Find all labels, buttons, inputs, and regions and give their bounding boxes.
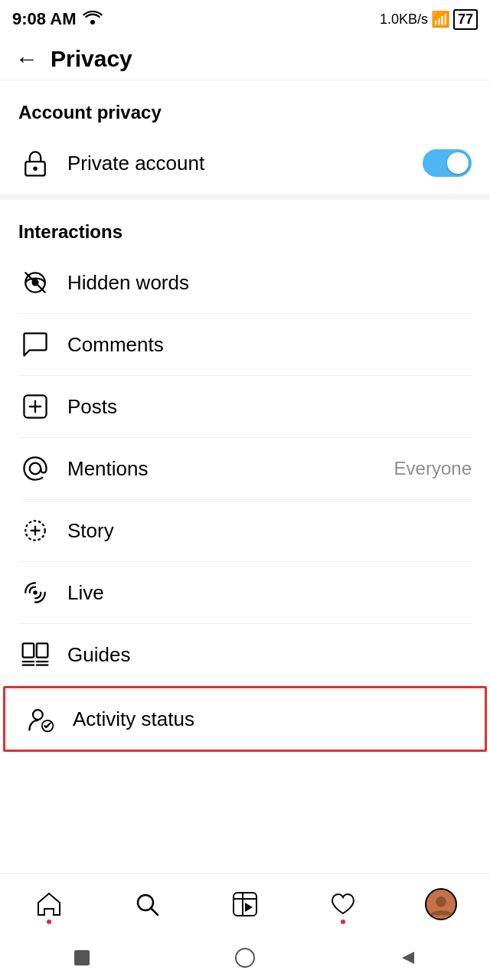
svg-point-8: [30, 463, 41, 475]
svg-point-12: [33, 590, 37, 594]
home-dot: [47, 920, 51, 924]
svg-rect-25: [242, 893, 243, 916]
heart-dot: [341, 920, 345, 924]
android-recent[interactable]: [70, 946, 94, 970]
posts-item[interactable]: Posts: [0, 376, 490, 437]
svg-point-28: [436, 896, 446, 906]
battery-icon: 77: [453, 9, 478, 30]
network-speed: 1.0KB/s: [380, 11, 428, 28]
android-back[interactable]: [396, 946, 420, 970]
activity-status-label: Activity status: [73, 707, 466, 731]
nav-search[interactable]: [116, 881, 178, 927]
svg-rect-14: [37, 643, 48, 657]
live-item[interactable]: Live: [0, 562, 490, 623]
guides-label: Guides: [67, 643, 472, 667]
live-label: Live: [67, 581, 472, 605]
svg-point-19: [33, 710, 43, 720]
comments-item[interactable]: Comments: [0, 314, 490, 375]
lock-icon: [18, 146, 52, 180]
private-account-toggle[interactable]: [423, 149, 472, 177]
comment-icon: [18, 328, 52, 361]
nav-profile[interactable]: [410, 881, 472, 927]
nav-heart[interactable]: [312, 881, 374, 927]
svg-rect-29: [74, 950, 90, 965]
profile-avatar: [425, 888, 457, 920]
back-button[interactable]: ←: [15, 47, 38, 70]
svg-point-30: [236, 949, 254, 967]
hidden-words-label: Hidden words: [67, 271, 472, 295]
android-home[interactable]: [233, 946, 257, 970]
nav-reels[interactable]: [214, 881, 276, 927]
bottom-nav: [0, 873, 490, 934]
account-privacy-title: Account privacy: [0, 80, 490, 132]
status-bar: 9:08 AM 1.0KB/s 📶 77: [0, 0, 490, 38]
comments-label: Comments: [67, 333, 472, 357]
android-nav: [0, 936, 490, 980]
nav-home[interactable]: [18, 881, 80, 927]
private-account-label: Private account: [67, 152, 407, 175]
svg-rect-24: [234, 898, 256, 900]
page-title: Privacy: [51, 46, 132, 72]
interactions-title: Interactions: [0, 200, 490, 252]
story-icon: [18, 514, 52, 547]
mentions-label: Mentions: [67, 457, 379, 481]
signal-icon: 📶: [431, 10, 450, 28]
story-item[interactable]: Story: [0, 500, 490, 561]
hidden-words-icon: [18, 266, 52, 299]
guides-icon: [18, 638, 52, 671]
section-divider: [0, 194, 490, 200]
posts-label: Posts: [67, 395, 472, 419]
toolbar: ← Privacy: [0, 38, 490, 80]
story-label: Story: [67, 519, 472, 543]
guides-item[interactable]: Guides: [0, 624, 490, 685]
interactions-section: Interactions Hidden words Comments: [0, 200, 490, 752]
svg-line-22: [151, 908, 158, 915]
private-account-item[interactable]: Private account: [0, 132, 490, 194]
mentions-item[interactable]: Mentions Everyone: [0, 438, 490, 499]
status-time: 9:08 AM: [12, 9, 77, 29]
mentions-icon: [18, 452, 52, 485]
svg-point-0: [90, 20, 95, 24]
activity-status-item[interactable]: Activity status: [3, 686, 487, 752]
mentions-value: Everyone: [394, 458, 472, 479]
posts-icon: [18, 390, 52, 423]
svg-point-2: [33, 167, 37, 171]
svg-marker-31: [402, 952, 414, 964]
wifi-icon: [83, 9, 103, 29]
svg-marker-26: [245, 903, 253, 912]
svg-rect-13: [23, 643, 34, 657]
account-privacy-section: Account privacy Private account: [0, 80, 490, 194]
hidden-words-item[interactable]: Hidden words: [0, 252, 490, 313]
activity-status-icon: [24, 702, 57, 736]
live-icon: [18, 576, 52, 609]
